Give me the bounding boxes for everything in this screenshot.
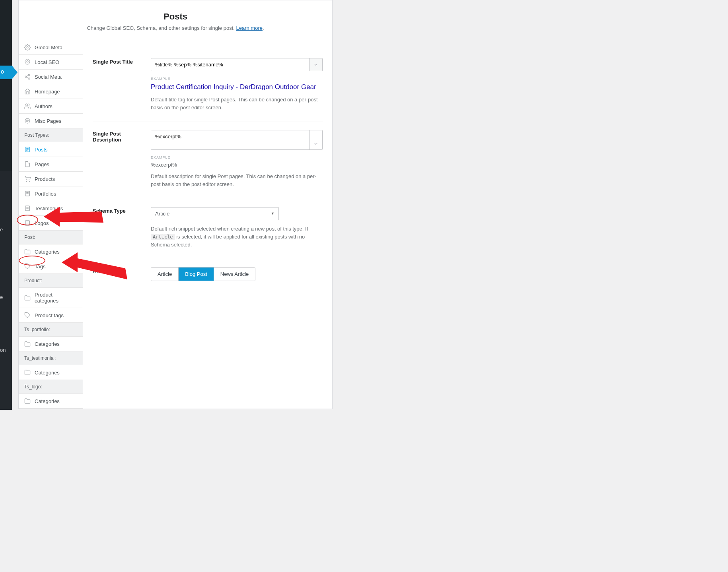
active-menu-arrow	[12, 66, 18, 79]
pin-icon	[24, 59, 31, 65]
nav-tags-post[interactable]: Tags	[19, 259, 83, 274]
svg-point-2	[28, 74, 30, 76]
schema-type-select[interactable]: Article ▼	[151, 207, 279, 220]
svg-point-1	[27, 61, 28, 62]
page-icon	[24, 161, 31, 167]
testimonial-icon	[24, 205, 31, 211]
wp-menu-fragment: e	[0, 294, 3, 300]
help-text: Default title tag for single Post pages.…	[151, 96, 323, 112]
nav-product-tags[interactable]: Product tags	[19, 308, 83, 323]
nav-products[interactable]: Products	[19, 172, 83, 186]
nav-label: Testimonials	[35, 206, 63, 211]
page-subtitle: Change Global SEO, Schema, and other set…	[35, 25, 316, 31]
nav-label: Local SEO	[35, 59, 59, 65]
nav-label: Pages	[35, 161, 49, 167]
svg-line-6	[27, 75, 29, 76]
serp-desc-preview: %excerpt%	[151, 162, 323, 168]
wp-menu-fragment: on	[0, 347, 6, 353]
nav-categories-logo[interactable]: Categories	[19, 394, 83, 409]
gear-icon	[24, 44, 31, 50]
nav-label: Global Meta	[35, 45, 62, 50]
active-menu-indicator	[0, 66, 12, 79]
article-type-group: Article Blog Post News Article	[151, 267, 255, 281]
title-input-wrap	[151, 58, 323, 71]
settings-sidebar: Global Meta Local SEO Social Meta Homepa…	[19, 40, 83, 409]
settings-content: Single Post Title EXAMPLE Product Certif…	[83, 40, 332, 409]
article-type-news-article[interactable]: News Article	[214, 268, 255, 281]
nav-label: Homepage	[35, 89, 60, 95]
users-icon	[24, 103, 31, 109]
nav-label: Logos	[35, 220, 49, 226]
folder-icon	[24, 341, 31, 347]
help-text: Default rich snippet selected when creat…	[151, 225, 323, 249]
cart-icon	[24, 176, 31, 182]
nav-label: Products	[35, 176, 55, 182]
nav-label: Social Meta	[35, 74, 62, 80]
nav-label: Categories	[35, 341, 60, 347]
nav-homepage[interactable]: Homepage	[19, 84, 83, 99]
variables-dropdown-button[interactable]	[309, 130, 322, 149]
nav-misc-pages[interactable]: Misc Pages	[19, 114, 83, 128]
nav-categories-post[interactable]: Categories	[19, 244, 83, 259]
home-icon	[24, 88, 31, 95]
field-schema-type: Schema Type Article ▼ Default rich snipp…	[93, 199, 323, 259]
nav-logos[interactable]: Logos	[19, 216, 83, 231]
nav-label: Categories	[35, 249, 60, 255]
nav-global-meta[interactable]: Global Meta	[19, 40, 83, 55]
tag-icon	[24, 263, 31, 270]
wp-admin-sidebar-dark	[0, 0, 12, 171]
section-post: Post:	[19, 231, 83, 244]
svg-point-3	[25, 76, 27, 78]
nav-local-seo[interactable]: Local SEO	[19, 55, 83, 70]
post-icon	[24, 146, 31, 153]
nav-pages[interactable]: Pages	[19, 157, 83, 172]
section-post-types: Post Types:	[19, 128, 83, 142]
select-value: Article	[155, 211, 169, 217]
main-panel: Posts Change Global SEO, Schema, and oth…	[18, 0, 333, 409]
help-text: Default description for single Post page…	[151, 173, 323, 188]
variables-dropdown-button[interactable]	[309, 58, 322, 71]
page-title: Posts	[35, 12, 316, 22]
section-product: Product:	[19, 274, 83, 288]
nav-label: Misc Pages	[35, 118, 61, 124]
nav-categories-portfolio[interactable]: Categories	[19, 337, 83, 351]
example-label: EXAMPLE	[151, 77, 323, 81]
svg-point-17	[29, 181, 30, 181]
nav-label: Authors	[35, 103, 53, 109]
svg-point-4	[28, 78, 30, 79]
nav-categories-testimonial[interactable]: Categories	[19, 365, 83, 380]
page-header: Posts Change Global SEO, Schema, and oth…	[19, 0, 332, 40]
nav-posts[interactable]: Posts	[19, 142, 83, 157]
code-chip: Article	[151, 234, 175, 240]
article-type-article[interactable]: Article	[151, 268, 179, 281]
nav-portfolios[interactable]: Portfolios	[19, 186, 83, 201]
nav-label: Categories	[35, 370, 60, 376]
nav-social-meta[interactable]: Social Meta	[19, 70, 83, 84]
svg-line-5	[27, 77, 29, 78]
example-label: EXAMPLE	[151, 155, 323, 159]
section-ts-logo: Ts_logo:	[19, 380, 83, 394]
wp-menu-fragment: e	[0, 227, 3, 233]
single-post-title-input[interactable]	[151, 58, 309, 71]
serp-title-preview: Product Certification Inquiry - DerDrago…	[151, 83, 323, 91]
folder-icon	[24, 295, 31, 301]
svg-point-7	[25, 104, 27, 106]
field-single-post-description: Single Post Description %excerpt% EXAMPL…	[93, 122, 323, 199]
nav-testimonials[interactable]: Testimonials	[19, 201, 83, 216]
folder-icon	[24, 248, 31, 255]
nav-product-categories[interactable]: Product categories	[19, 288, 83, 308]
svg-point-16	[26, 181, 27, 181]
article-type-blog-post[interactable]: Blog Post	[179, 268, 214, 281]
field-label: Single Post Description	[93, 130, 146, 188]
tag-icon	[24, 312, 31, 318]
learn-more-link[interactable]: Learn more	[236, 25, 262, 31]
nav-label: Product categories	[35, 292, 77, 304]
nav-label: Portfolios	[35, 191, 56, 197]
field-single-post-title: Single Post Title EXAMPLE Product Certif…	[93, 50, 323, 122]
nav-label: Tags	[35, 264, 45, 270]
nav-authors[interactable]: Authors	[19, 99, 83, 114]
logo-icon	[24, 220, 31, 226]
single-post-desc-input[interactable]: %excerpt%	[151, 130, 309, 149]
lines-icon	[24, 118, 31, 124]
wp-admin-sidebar-dark2	[0, 171, 12, 409]
